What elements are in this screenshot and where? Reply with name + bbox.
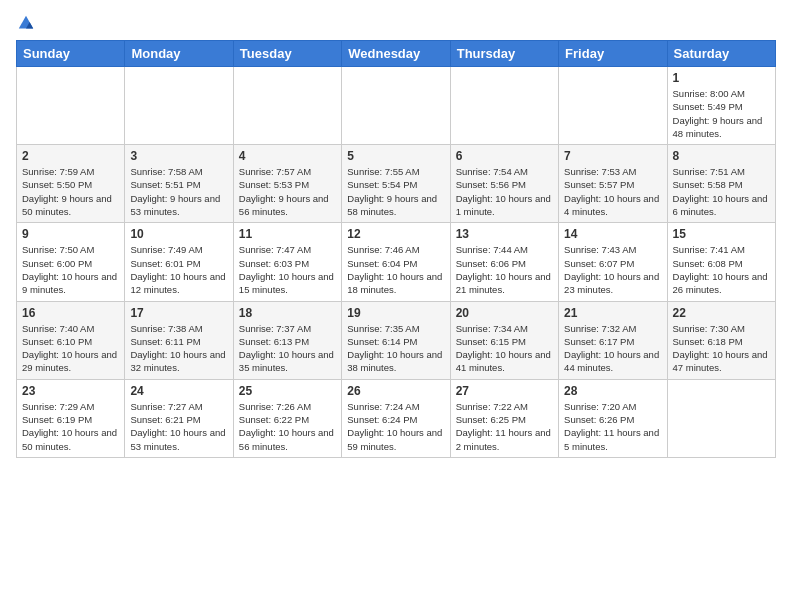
day-info: Sunrise: 7:47 AM Sunset: 6:03 PM Dayligh…: [239, 243, 336, 296]
calendar-cell: 4Sunrise: 7:57 AM Sunset: 5:53 PM Daylig…: [233, 145, 341, 223]
calendar-cell: 25Sunrise: 7:26 AM Sunset: 6:22 PM Dayli…: [233, 379, 341, 457]
day-info: Sunrise: 7:46 AM Sunset: 6:04 PM Dayligh…: [347, 243, 444, 296]
calendar-cell: 23Sunrise: 7:29 AM Sunset: 6:19 PM Dayli…: [17, 379, 125, 457]
day-number: 8: [673, 149, 770, 163]
week-row-1: 1Sunrise: 8:00 AM Sunset: 5:49 PM Daylig…: [17, 67, 776, 145]
day-number: 3: [130, 149, 227, 163]
calendar-cell: [233, 67, 341, 145]
day-number: 25: [239, 384, 336, 398]
calendar-cell: 19Sunrise: 7:35 AM Sunset: 6:14 PM Dayli…: [342, 301, 450, 379]
day-number: 13: [456, 227, 553, 241]
day-number: 11: [239, 227, 336, 241]
weekday-thursday: Thursday: [450, 41, 558, 67]
day-info: Sunrise: 7:50 AM Sunset: 6:00 PM Dayligh…: [22, 243, 119, 296]
day-number: 5: [347, 149, 444, 163]
calendar-cell: 15Sunrise: 7:41 AM Sunset: 6:08 PM Dayli…: [667, 223, 775, 301]
calendar-cell: 6Sunrise: 7:54 AM Sunset: 5:56 PM Daylig…: [450, 145, 558, 223]
day-number: 24: [130, 384, 227, 398]
day-info: Sunrise: 7:34 AM Sunset: 6:15 PM Dayligh…: [456, 322, 553, 375]
calendar-cell: [450, 67, 558, 145]
calendar-cell: 16Sunrise: 7:40 AM Sunset: 6:10 PM Dayli…: [17, 301, 125, 379]
calendar-cell: 24Sunrise: 7:27 AM Sunset: 6:21 PM Dayli…: [125, 379, 233, 457]
day-info: Sunrise: 7:59 AM Sunset: 5:50 PM Dayligh…: [22, 165, 119, 218]
day-number: 1: [673, 71, 770, 85]
calendar-cell: 5Sunrise: 7:55 AM Sunset: 5:54 PM Daylig…: [342, 145, 450, 223]
calendar-cell: [667, 379, 775, 457]
day-info: Sunrise: 7:32 AM Sunset: 6:17 PM Dayligh…: [564, 322, 661, 375]
calendar-cell: [17, 67, 125, 145]
day-number: 15: [673, 227, 770, 241]
calendar-cell: 21Sunrise: 7:32 AM Sunset: 6:17 PM Dayli…: [559, 301, 667, 379]
day-info: Sunrise: 7:30 AM Sunset: 6:18 PM Dayligh…: [673, 322, 770, 375]
calendar-cell: 18Sunrise: 7:37 AM Sunset: 6:13 PM Dayli…: [233, 301, 341, 379]
week-row-5: 23Sunrise: 7:29 AM Sunset: 6:19 PM Dayli…: [17, 379, 776, 457]
week-row-2: 2Sunrise: 7:59 AM Sunset: 5:50 PM Daylig…: [17, 145, 776, 223]
day-number: 16: [22, 306, 119, 320]
day-info: Sunrise: 7:53 AM Sunset: 5:57 PM Dayligh…: [564, 165, 661, 218]
calendar-cell: 3Sunrise: 7:58 AM Sunset: 5:51 PM Daylig…: [125, 145, 233, 223]
calendar-cell: 28Sunrise: 7:20 AM Sunset: 6:26 PM Dayli…: [559, 379, 667, 457]
calendar-cell: 11Sunrise: 7:47 AM Sunset: 6:03 PM Dayli…: [233, 223, 341, 301]
day-number: 22: [673, 306, 770, 320]
week-row-3: 9Sunrise: 7:50 AM Sunset: 6:00 PM Daylig…: [17, 223, 776, 301]
day-info: Sunrise: 7:41 AM Sunset: 6:08 PM Dayligh…: [673, 243, 770, 296]
day-number: 2: [22, 149, 119, 163]
calendar-cell: 27Sunrise: 7:22 AM Sunset: 6:25 PM Dayli…: [450, 379, 558, 457]
calendar-cell: 20Sunrise: 7:34 AM Sunset: 6:15 PM Dayli…: [450, 301, 558, 379]
day-info: Sunrise: 7:51 AM Sunset: 5:58 PM Dayligh…: [673, 165, 770, 218]
header: [16, 16, 776, 30]
day-number: 17: [130, 306, 227, 320]
day-info: Sunrise: 7:38 AM Sunset: 6:11 PM Dayligh…: [130, 322, 227, 375]
day-number: 6: [456, 149, 553, 163]
day-info: Sunrise: 7:55 AM Sunset: 5:54 PM Dayligh…: [347, 165, 444, 218]
calendar: SundayMondayTuesdayWednesdayThursdayFrid…: [16, 40, 776, 458]
calendar-cell: 14Sunrise: 7:43 AM Sunset: 6:07 PM Dayli…: [559, 223, 667, 301]
calendar-cell: 22Sunrise: 7:30 AM Sunset: 6:18 PM Dayli…: [667, 301, 775, 379]
day-number: 4: [239, 149, 336, 163]
calendar-cell: [342, 67, 450, 145]
day-number: 28: [564, 384, 661, 398]
day-info: Sunrise: 7:24 AM Sunset: 6:24 PM Dayligh…: [347, 400, 444, 453]
weekday-sunday: Sunday: [17, 41, 125, 67]
page: SundayMondayTuesdayWednesdayThursdayFrid…: [0, 0, 792, 474]
day-number: 9: [22, 227, 119, 241]
weekday-header-row: SundayMondayTuesdayWednesdayThursdayFrid…: [17, 41, 776, 67]
weekday-wednesday: Wednesday: [342, 41, 450, 67]
day-info: Sunrise: 7:27 AM Sunset: 6:21 PM Dayligh…: [130, 400, 227, 453]
calendar-cell: 26Sunrise: 7:24 AM Sunset: 6:24 PM Dayli…: [342, 379, 450, 457]
day-number: 7: [564, 149, 661, 163]
calendar-cell: 13Sunrise: 7:44 AM Sunset: 6:06 PM Dayli…: [450, 223, 558, 301]
calendar-cell: [559, 67, 667, 145]
day-info: Sunrise: 7:49 AM Sunset: 6:01 PM Dayligh…: [130, 243, 227, 296]
day-info: Sunrise: 8:00 AM Sunset: 5:49 PM Dayligh…: [673, 87, 770, 140]
day-info: Sunrise: 7:44 AM Sunset: 6:06 PM Dayligh…: [456, 243, 553, 296]
weekday-tuesday: Tuesday: [233, 41, 341, 67]
day-info: Sunrise: 7:57 AM Sunset: 5:53 PM Dayligh…: [239, 165, 336, 218]
day-info: Sunrise: 7:26 AM Sunset: 6:22 PM Dayligh…: [239, 400, 336, 453]
weekday-monday: Monday: [125, 41, 233, 67]
day-info: Sunrise: 7:37 AM Sunset: 6:13 PM Dayligh…: [239, 322, 336, 375]
week-row-4: 16Sunrise: 7:40 AM Sunset: 6:10 PM Dayli…: [17, 301, 776, 379]
day-number: 20: [456, 306, 553, 320]
day-info: Sunrise: 7:43 AM Sunset: 6:07 PM Dayligh…: [564, 243, 661, 296]
day-number: 26: [347, 384, 444, 398]
calendar-cell: 1Sunrise: 8:00 AM Sunset: 5:49 PM Daylig…: [667, 67, 775, 145]
day-number: 18: [239, 306, 336, 320]
day-number: 23: [22, 384, 119, 398]
weekday-saturday: Saturday: [667, 41, 775, 67]
day-number: 14: [564, 227, 661, 241]
day-number: 27: [456, 384, 553, 398]
day-info: Sunrise: 7:29 AM Sunset: 6:19 PM Dayligh…: [22, 400, 119, 453]
day-info: Sunrise: 7:54 AM Sunset: 5:56 PM Dayligh…: [456, 165, 553, 218]
calendar-cell: 9Sunrise: 7:50 AM Sunset: 6:00 PM Daylig…: [17, 223, 125, 301]
logo-icon: [17, 14, 35, 32]
logo: [16, 16, 35, 30]
calendar-cell: 10Sunrise: 7:49 AM Sunset: 6:01 PM Dayli…: [125, 223, 233, 301]
weekday-friday: Friday: [559, 41, 667, 67]
calendar-cell: 7Sunrise: 7:53 AM Sunset: 5:57 PM Daylig…: [559, 145, 667, 223]
day-info: Sunrise: 7:35 AM Sunset: 6:14 PM Dayligh…: [347, 322, 444, 375]
calendar-cell: 17Sunrise: 7:38 AM Sunset: 6:11 PM Dayli…: [125, 301, 233, 379]
calendar-cell: 2Sunrise: 7:59 AM Sunset: 5:50 PM Daylig…: [17, 145, 125, 223]
calendar-cell: 8Sunrise: 7:51 AM Sunset: 5:58 PM Daylig…: [667, 145, 775, 223]
day-info: Sunrise: 7:22 AM Sunset: 6:25 PM Dayligh…: [456, 400, 553, 453]
